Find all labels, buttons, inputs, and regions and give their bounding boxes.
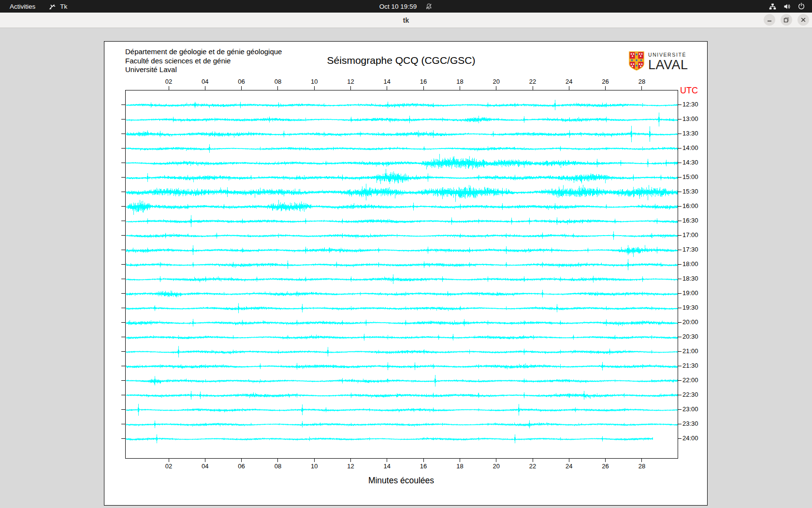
- trace-tick-right: [678, 134, 682, 134]
- trace-tick-right: [678, 322, 682, 323]
- trace-tick-right: [678, 380, 682, 381]
- trace-tick-left: [121, 366, 125, 366]
- x-tick-label-top: 26: [597, 78, 614, 85]
- x-tick-bottom: [460, 458, 460, 462]
- app-menu-label: Tk: [60, 3, 67, 10]
- x-tick-label-bottom: 18: [451, 463, 468, 470]
- utc-time-label: 16:30: [682, 217, 698, 224]
- trace-tick-right: [678, 192, 682, 192]
- trace-tick-right: [678, 105, 682, 105]
- x-tick-label-bottom: 10: [306, 463, 322, 470]
- trace-tick-left: [121, 177, 125, 178]
- x-tick-top: [387, 86, 387, 90]
- volume-icon: [783, 2, 791, 11]
- trace-tick-right: [678, 163, 682, 163]
- utc-time-label: 21:30: [682, 362, 698, 369]
- trace-tick-left: [121, 221, 125, 221]
- system-tray[interactable]: [768, 0, 805, 13]
- x-tick-bottom: [641, 458, 642, 462]
- x-tick-label-top: 24: [561, 78, 577, 85]
- x-tick-bottom: [423, 458, 424, 462]
- x-tick-bottom: [496, 458, 496, 462]
- x-tick-label-bottom: 14: [379, 463, 395, 470]
- trace-tick-right: [678, 337, 682, 337]
- restore-button[interactable]: [781, 14, 792, 26]
- seismograph-figure: Département de géologie et de génie géol…: [104, 41, 708, 506]
- trace-tick-right: [678, 235, 682, 236]
- trace-tick-left: [121, 105, 125, 105]
- trace-tick-right: [678, 293, 682, 294]
- trace-tick-right: [678, 308, 682, 308]
- x-tick-label-top: 20: [488, 78, 505, 85]
- x-tick-bottom: [241, 458, 242, 462]
- x-tick-top: [641, 86, 642, 90]
- x-tick-bottom: [569, 458, 569, 462]
- trace-tick-left: [121, 206, 125, 207]
- trace-tick-left: [121, 250, 125, 250]
- x-tick-top: [569, 86, 569, 90]
- x-tick-label-top: 10: [306, 78, 322, 85]
- x-tick-label-top: 02: [160, 78, 177, 85]
- x-tick-bottom: [533, 458, 533, 462]
- utc-time-label: 18:30: [682, 275, 698, 282]
- app-menu-button[interactable]: Tk: [41, 0, 73, 13]
- utc-axis-label: UTC: [680, 86, 698, 96]
- laval-shield-icon: [629, 51, 644, 73]
- trace-tick-left: [121, 163, 125, 163]
- x-tick-label-bottom: 16: [415, 463, 432, 470]
- trace-tick-left: [121, 192, 125, 192]
- trace-tick-left: [121, 134, 125, 134]
- x-tick-label-bottom: 02: [160, 463, 177, 470]
- trace-tick-right: [678, 409, 682, 410]
- trace-tick-left: [121, 148, 125, 149]
- x-tick-bottom: [387, 458, 387, 462]
- utc-time-label: 21:00: [682, 347, 698, 355]
- trace-tick-right: [678, 424, 682, 424]
- plot-area: [125, 90, 678, 459]
- x-tick-bottom: [605, 458, 606, 462]
- utc-time-label: 19:00: [682, 289, 698, 297]
- seismograph-traces-canvas: [126, 90, 678, 458]
- x-tick-label-bottom: 12: [343, 463, 359, 470]
- utc-time-label: 17:30: [682, 246, 698, 253]
- utc-time-label: 13:30: [682, 130, 698, 137]
- close-button[interactable]: [798, 14, 809, 26]
- network-wired-icon: [768, 2, 777, 11]
- minimize-button[interactable]: [764, 14, 775, 26]
- trace-tick-left: [121, 308, 125, 308]
- power-icon: [798, 2, 805, 10]
- x-tick-label-top: 16: [415, 78, 432, 85]
- trace-tick-right: [678, 206, 682, 207]
- utc-time-label: 20:30: [682, 333, 698, 340]
- window-content: Département de géologie et de génie géol…: [0, 28, 812, 508]
- x-axis-title: Minutes écoulées: [125, 476, 677, 486]
- trace-tick-right: [678, 148, 682, 149]
- x-tick-label-top: 06: [233, 78, 250, 85]
- clock-button[interactable]: Oct 10 19:59: [379, 0, 433, 13]
- x-tick-label-bottom: 24: [561, 463, 577, 470]
- trace-tick-left: [121, 438, 125, 439]
- utc-time-label: 13:00: [682, 115, 698, 122]
- utc-time-label: 18:00: [682, 260, 698, 268]
- x-tick-label-bottom: 20: [488, 463, 505, 470]
- notifications-muted-bell-icon: [425, 3, 433, 10]
- x-tick-top: [350, 86, 351, 90]
- x-tick-bottom: [277, 458, 278, 462]
- utc-time-label: 14:30: [682, 159, 698, 166]
- trace-tick-right: [678, 395, 682, 395]
- utc-time-label: 16:00: [682, 202, 698, 209]
- trace-tick-left: [121, 119, 125, 120]
- trace-tick-right: [678, 438, 682, 439]
- logo-laval-label: LAVAL: [648, 59, 688, 72]
- utc-time-label: 24:00: [682, 434, 698, 442]
- x-tick-label-bottom: 22: [524, 463, 541, 470]
- x-tick-label-top: 18: [451, 78, 468, 85]
- x-tick-top: [241, 86, 242, 90]
- trace-tick-left: [121, 264, 125, 265]
- trace-tick-left: [121, 337, 125, 337]
- activities-button[interactable]: Activities: [0, 0, 41, 13]
- x-tick-label-bottom: 08: [270, 463, 286, 470]
- x-tick-top: [277, 86, 278, 90]
- x-tick-top: [605, 86, 606, 90]
- trace-tick-left: [121, 351, 125, 352]
